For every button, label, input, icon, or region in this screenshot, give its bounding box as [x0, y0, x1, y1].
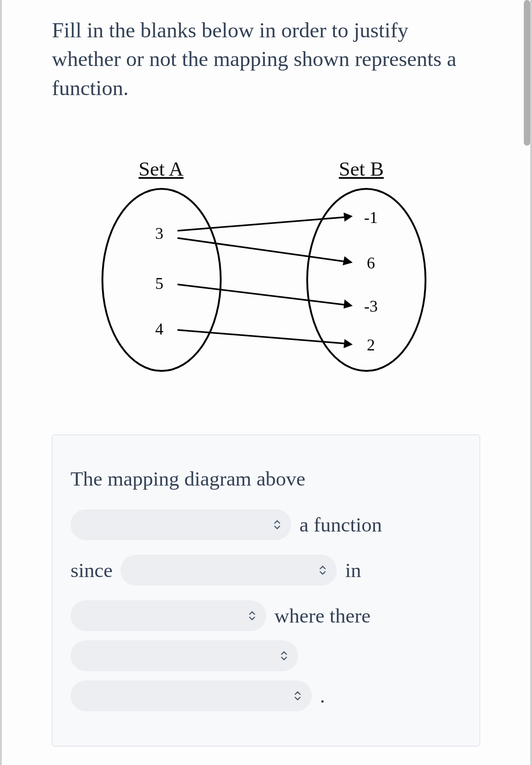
set-a-label: Set A — [139, 157, 184, 181]
chevron-updown-icon — [271, 519, 283, 531]
question-page: Fill in the blanks below in order to jus… — [0, 0, 532, 765]
chevron-updown-icon — [246, 610, 258, 622]
arrowhead-3-to-6 — [343, 256, 353, 265]
arrow-3-to-6 — [177, 238, 346, 262]
dropdown-condition[interactable] — [71, 640, 298, 671]
chevron-updown-icon — [317, 564, 329, 576]
answer-text-3: since — [71, 549, 112, 591]
chevron-updown-icon — [278, 650, 290, 662]
dropdown-is-function[interactable] — [71, 509, 291, 540]
arrow-5-to-neg3 — [177, 284, 346, 305]
answer-text-1: The mapping diagram above — [71, 458, 305, 500]
set-b-value-3: 2 — [367, 336, 375, 354]
set-a-value-1: 5 — [155, 274, 163, 293]
scrollbar[interactable] — [524, 0, 530, 146]
set-b-value-0: -1 — [364, 208, 378, 227]
mapping-diagram: Set A Set B 3 5 4 -1 6 -3 2 — [84, 157, 448, 380]
set-a-value-0: 3 — [155, 224, 163, 243]
answer-text-2: a function — [299, 504, 382, 546]
arrowhead-4-to-2 — [344, 339, 353, 348]
dropdown-reason-subject[interactable] — [121, 555, 337, 586]
arrowhead-3-to-neg1 — [344, 213, 353, 222]
arrowhead-5-to-neg3 — [344, 299, 353, 309]
dropdown-which-set[interactable] — [71, 600, 266, 631]
set-a-value-2: 4 — [155, 320, 163, 338]
diagram-svg: 3 5 4 -1 6 -3 2 — [84, 184, 448, 380]
set-b-label: Set B — [339, 157, 384, 181]
set-b-value-1: 6 — [367, 254, 375, 272]
question-prompt: Fill in the blanks below in order to jus… — [52, 16, 480, 102]
set-b-value-2: -3 — [364, 297, 378, 315]
dropdown-final[interactable] — [71, 680, 312, 711]
answer-text-4: in — [345, 549, 361, 591]
answer-text-6: . — [320, 675, 325, 717]
answer-box: The mapping diagram above a function sin… — [52, 435, 480, 746]
answer-text-5: where there — [274, 595, 370, 637]
chevron-updown-icon — [292, 690, 304, 702]
